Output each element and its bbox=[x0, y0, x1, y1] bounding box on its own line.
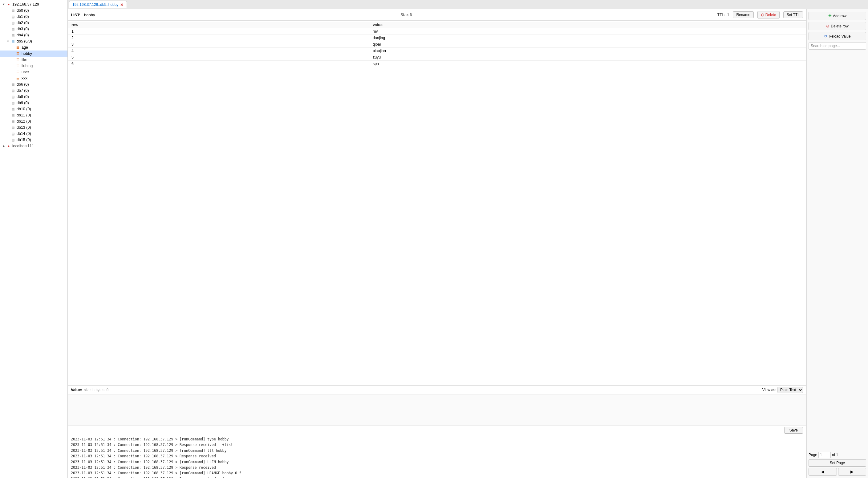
table-row[interactable]: 5zuyu bbox=[68, 54, 806, 61]
reload-label: Reload Value bbox=[829, 34, 850, 38]
value-label: Value: bbox=[71, 388, 82, 392]
list-key-icon: ☰ bbox=[16, 45, 20, 50]
db-icon: ▤ bbox=[10, 39, 16, 44]
db-chevron bbox=[6, 126, 10, 129]
db-item-db2[interactable]: ▤db2 (0) bbox=[0, 20, 67, 26]
db-icon: ▤ bbox=[10, 131, 16, 136]
localhost-node[interactable]: ▶ ● localhost111 bbox=[0, 143, 67, 149]
delete-row-label: Delete row bbox=[831, 24, 848, 28]
add-row-button[interactable]: ✚ Add row bbox=[809, 12, 866, 20]
value-hint: size in bytes: 0 bbox=[84, 388, 108, 392]
log-line: 2023-11-03 12:51:34 : Connection: 192.16… bbox=[71, 453, 803, 459]
db-chevron bbox=[6, 107, 10, 111]
list-key-icon: ☰ bbox=[16, 70, 20, 74]
table-row[interactable]: 4biaojian bbox=[68, 48, 806, 54]
key-chevron bbox=[11, 70, 15, 74]
db-chevron bbox=[6, 95, 10, 99]
value-textarea[interactable] bbox=[68, 394, 806, 425]
db-item-db12[interactable]: ▤db12 (0) bbox=[0, 118, 67, 124]
db-label: db5 (6/0) bbox=[17, 39, 32, 43]
list-name: hobby bbox=[84, 12, 95, 17]
key-item-hobby[interactable]: ☰hobby bbox=[0, 51, 67, 57]
db-item-db13[interactable]: ▤db13 (0) bbox=[0, 124, 67, 131]
set-page-button[interactable]: Set Page bbox=[809, 459, 866, 467]
db-label: db1 (0) bbox=[17, 14, 29, 19]
db-item-db7[interactable]: ▤db7 (0) bbox=[0, 88, 67, 94]
db-item-db6[interactable]: ▤db6 (0) bbox=[0, 81, 67, 88]
db-icon: ▤ bbox=[10, 94, 16, 99]
db-icon: ▤ bbox=[10, 20, 16, 25]
table-row[interactable]: 2danjing bbox=[68, 35, 806, 41]
db-label: db12 (0) bbox=[17, 119, 31, 124]
log-line: 2023-11-03 12:51:34 : Connection: 192.16… bbox=[71, 476, 803, 478]
db-item-db5[interactable]: ▼▤db5 (6/0) bbox=[0, 38, 67, 44]
db-label: db9 (0) bbox=[17, 101, 29, 105]
next-page-button[interactable]: ▶ bbox=[838, 468, 866, 476]
db-item-db15[interactable]: ▤db15 (0) bbox=[0, 137, 67, 143]
key-label: like bbox=[22, 58, 27, 62]
reload-icon: ↻ bbox=[824, 34, 827, 38]
cell-row: 6 bbox=[68, 61, 369, 67]
active-tab[interactable]: 192.168.37.129::db5::hobby ✕ bbox=[69, 1, 127, 8]
save-button[interactable]: Save bbox=[784, 427, 803, 434]
log-line: 2023-11-03 12:51:34 : Connection: 192.16… bbox=[71, 437, 803, 442]
list-key-icon: ☰ bbox=[16, 57, 20, 62]
db-item-db4[interactable]: ▤db4 (0) bbox=[0, 32, 67, 38]
log-area: 2023-11-03 12:51:34 : Connection: 192.16… bbox=[68, 435, 806, 478]
db-item-db10[interactable]: ▤db10 (0) bbox=[0, 106, 67, 112]
db-chevron: ▼ bbox=[6, 39, 10, 43]
db-chevron bbox=[6, 89, 10, 92]
add-icon: ✚ bbox=[828, 13, 832, 18]
key-chevron bbox=[11, 76, 15, 80]
tab-close-btn[interactable]: ✕ bbox=[120, 2, 124, 7]
nav-row: ◀ ▶ bbox=[809, 468, 866, 476]
key-chevron bbox=[11, 58, 15, 62]
add-row-label: Add row bbox=[833, 14, 846, 18]
key-item-liubing[interactable]: ☰liubing bbox=[0, 63, 67, 69]
list-key-icon: ☰ bbox=[16, 63, 20, 68]
db-chevron bbox=[6, 120, 10, 123]
list-ttl: TTL: -1 bbox=[717, 12, 730, 17]
view-as-select[interactable]: Plain TextJSONHexBinary bbox=[777, 387, 803, 393]
db-icon: ▤ bbox=[10, 106, 16, 111]
db-label: db15 (0) bbox=[17, 138, 31, 142]
set-ttl-button[interactable]: Set TTL bbox=[783, 11, 803, 18]
value-section: Value: size in bytes: 0 View as: Plain T… bbox=[68, 385, 806, 435]
localhost-chevron: ▶ bbox=[2, 144, 5, 148]
db-item-db8[interactable]: ▤db8 (0) bbox=[0, 94, 67, 100]
localhost-icon: ● bbox=[6, 144, 11, 149]
delete-row-button[interactable]: ⊖ Delete row bbox=[809, 22, 866, 30]
db-label: db6 (0) bbox=[17, 82, 29, 87]
key-item-xxx[interactable]: ☰xxx bbox=[0, 75, 67, 81]
page-input[interactable] bbox=[818, 452, 831, 458]
db-icon: ▤ bbox=[10, 27, 16, 31]
db-item-db9[interactable]: ▤db9 (0) bbox=[0, 100, 67, 106]
reload-value-button[interactable]: ↻ Reload Value bbox=[809, 32, 866, 40]
server-label: 192.168.37.129 bbox=[12, 2, 39, 6]
cell-value: danjing bbox=[369, 35, 806, 41]
main-panel: 192.168.37.129::db5::hobby ✕ LIST: hobby… bbox=[68, 0, 868, 478]
db-chevron bbox=[6, 21, 10, 25]
rename-button[interactable]: Rename bbox=[733, 11, 753, 18]
search-on-page-input[interactable] bbox=[809, 42, 866, 50]
table-row[interactable]: 1mv bbox=[68, 28, 806, 35]
prev-page-button[interactable]: ◀ bbox=[809, 468, 837, 476]
db-item-db3[interactable]: ▤db3 (0) bbox=[0, 26, 67, 32]
db-item-db11[interactable]: ▤db11 (0) bbox=[0, 112, 67, 118]
key-item-age[interactable]: ☰age bbox=[0, 44, 67, 51]
db-item-db0[interactable]: ▤db0 (0) bbox=[0, 7, 67, 13]
key-item-like[interactable]: ☰like bbox=[0, 57, 67, 63]
db-item-db1[interactable]: ▤db1 (0) bbox=[0, 13, 67, 20]
delete-btn-label: Delete bbox=[766, 12, 776, 17]
log-line: 2023-11-03 12:51:34 : Connection: 192.16… bbox=[71, 448, 803, 453]
table-row[interactable]: 6spa bbox=[68, 61, 806, 67]
server-node[interactable]: ▼ ● 192.168.37.129 bbox=[0, 1, 67, 7]
db-label: db14 (0) bbox=[17, 131, 31, 136]
pagination: Page of 1 Set Page ◀ ▶ bbox=[809, 452, 866, 476]
db-item-db14[interactable]: ▤db14 (0) bbox=[0, 131, 67, 137]
table-row[interactable]: 3qipai bbox=[68, 41, 806, 48]
delete-button[interactable]: ⊖ Delete bbox=[757, 11, 780, 19]
right-panel: ✚ Add row ⊖ Delete row ↻ Reload Value Pa… bbox=[806, 9, 868, 478]
key-label: hobby bbox=[22, 52, 32, 56]
key-item-user[interactable]: ☰user bbox=[0, 69, 67, 75]
